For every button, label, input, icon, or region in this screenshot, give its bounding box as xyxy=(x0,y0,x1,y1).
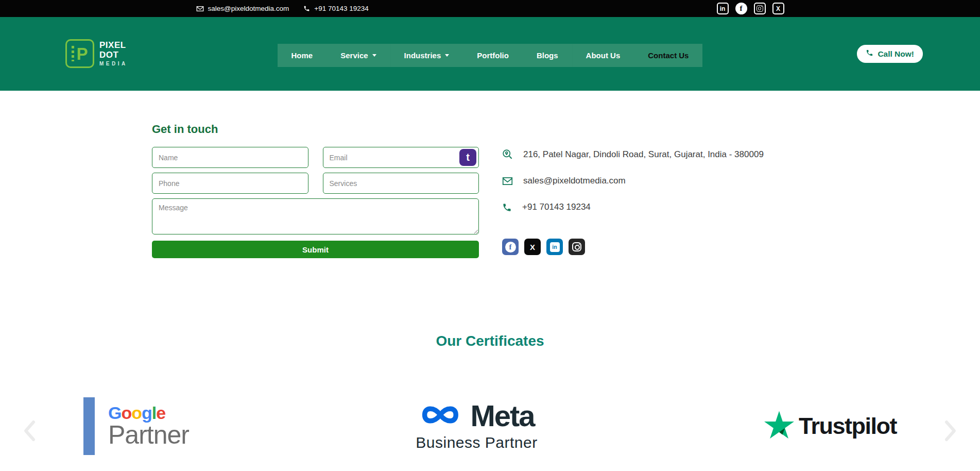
trustpilot-wordmark: Trustpilot xyxy=(799,413,897,440)
name-input[interactable] xyxy=(152,147,308,168)
phone-input[interactable] xyxy=(152,173,308,194)
email-text[interactable]: sales@pixeldotmedia.com xyxy=(523,176,626,186)
browser-extension-icon[interactable]: t xyxy=(459,149,476,166)
google-wordmark: Google xyxy=(108,404,189,422)
phone-icon xyxy=(303,5,310,12)
meta-business-partner-text: Business Partner xyxy=(416,434,537,451)
services-input[interactable] xyxy=(323,173,479,194)
facebook-icon[interactable]: f xyxy=(502,239,519,255)
trustpilot-logo: Trustpilot xyxy=(764,411,897,442)
certificates-carousel: Google Partner Meta Business Partner Tru… xyxy=(0,397,980,455)
logo-text-pixel: PIXEL xyxy=(99,41,128,50)
call-now-button[interactable]: Call Now! xyxy=(857,45,923,63)
topbar-phone-text: +91 70143 19234 xyxy=(314,5,368,12)
topbar-phone-link[interactable]: +91 70143 19234 xyxy=(303,5,368,12)
nav-item-service[interactable]: Service xyxy=(326,44,390,67)
page-content: Get in touch t Submit 216, xyxy=(0,91,980,471)
main-nav: Home Service Industries Portfolio Blogs … xyxy=(278,44,703,67)
social-links: f X in xyxy=(502,239,585,255)
envelope-icon xyxy=(196,6,204,12)
linkedin-icon[interactable]: in xyxy=(717,3,729,14)
carousel-next-button[interactable] xyxy=(944,419,957,444)
top-bar: sales@pixeldotmedia.com +91 70143 19234 … xyxy=(0,0,980,17)
contact-info: 216, Patel Nagar, Dindoli Road, Surat, G… xyxy=(502,149,764,228)
email-input[interactable] xyxy=(323,147,479,168)
google-partner-logo: Google Partner xyxy=(83,397,189,455)
nav-item-about-us[interactable]: About Us xyxy=(572,44,634,67)
message-textarea[interactable] xyxy=(152,198,479,234)
x-icon[interactable]: X xyxy=(772,3,784,14)
nav-item-contact-us[interactable]: Contact Us xyxy=(634,44,702,67)
address-text: 216, Patel Nagar, Dindoli Road, Surat, G… xyxy=(523,149,764,160)
facebook-icon[interactable]: f xyxy=(735,3,747,14)
phone-icon xyxy=(866,49,873,59)
get-in-touch-heading: Get in touch xyxy=(152,123,218,136)
topbar-email-text: sales@pixeldotmedia.com xyxy=(208,5,289,12)
logo-text-media: MEDIA xyxy=(99,61,128,66)
nav-item-industries[interactable]: Industries xyxy=(390,44,463,67)
carousel-prev-button[interactable] xyxy=(23,419,36,444)
topbar-email-link[interactable]: sales@pixeldotmedia.com xyxy=(196,5,289,12)
chevron-down-icon xyxy=(372,54,376,57)
instagram-icon[interactable] xyxy=(569,239,585,255)
email-row: sales@pixeldotmedia.com xyxy=(502,176,764,186)
site-header: P PIXEL DOT MEDIA Home Service Industrie… xyxy=(0,17,980,91)
meta-business-partner-logo: Meta Business Partner xyxy=(416,401,537,451)
phone-icon xyxy=(502,203,512,212)
contact-form: t Submit xyxy=(152,147,479,258)
trustpilot-star-icon xyxy=(764,411,794,442)
envelope-icon xyxy=(502,177,513,186)
site-logo[interactable]: P PIXEL DOT MEDIA xyxy=(65,39,128,68)
chevron-down-icon xyxy=(445,54,449,57)
meta-infinity-icon xyxy=(419,403,464,429)
location-search-icon xyxy=(502,149,513,160)
logo-text-dot: DOT xyxy=(99,51,128,60)
x-icon[interactable]: X xyxy=(524,239,541,255)
phone-text[interactable]: +91 70143 19234 xyxy=(522,202,591,212)
google-partner-text: Partner xyxy=(108,422,189,449)
google-partner-bar xyxy=(83,397,95,455)
linkedin-icon[interactable]: in xyxy=(546,239,563,255)
instagram-icon[interactable] xyxy=(754,3,766,14)
address-row: 216, Patel Nagar, Dindoli Road, Surat, G… xyxy=(502,149,764,160)
nav-item-portfolio[interactable]: Portfolio xyxy=(463,44,523,67)
certificates-heading: Our Certificates xyxy=(0,333,980,349)
meta-wordmark: Meta xyxy=(470,401,534,431)
submit-button[interactable]: Submit xyxy=(152,241,479,258)
nav-item-home[interactable]: Home xyxy=(278,44,327,67)
phone-row: +91 70143 19234 xyxy=(502,202,764,212)
logo-mark-icon: P xyxy=(65,39,94,68)
nav-item-blogs[interactable]: Blogs xyxy=(523,44,572,67)
